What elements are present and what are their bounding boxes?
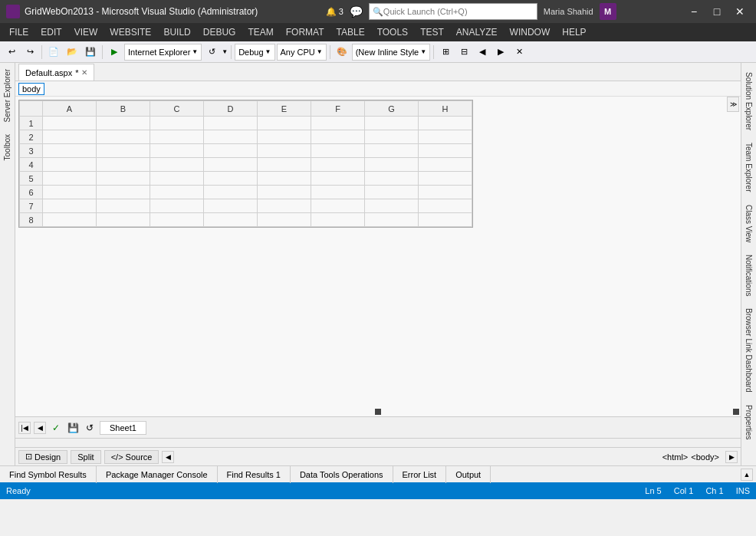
menu-item-test[interactable]: TEST — [414, 25, 450, 39]
sheet-tab-1[interactable]: Sheet1 — [100, 421, 146, 435]
cell-H7[interactable] — [419, 199, 472, 213]
bottom-tab-find-results-1[interactable]: Find Results 1 — [218, 466, 291, 483]
cell-C3[interactable] — [150, 144, 204, 158]
cell-H2[interactable] — [419, 130, 472, 144]
class-view-tab[interactable]: Class View — [742, 199, 755, 248]
cell-B3[interactable] — [97, 144, 150, 158]
cell-E8[interactable] — [258, 213, 311, 227]
grid-expand-button[interactable]: ≫ — [727, 97, 739, 112]
panel-collapse-left[interactable]: ◀ — [162, 451, 174, 463]
quick-launch-container[interactable]: 🔍 — [369, 3, 537, 20]
team-explorer-tab[interactable]: Team Explorer — [742, 136, 755, 198]
cell-D2[interactable] — [204, 130, 258, 144]
bottom-tab-data-tools-operations[interactable]: Data Tools Operations — [291, 466, 393, 483]
cell-H6[interactable] — [419, 186, 472, 199]
run-button[interactable]: ▶ — [106, 44, 123, 61]
save-button[interactable]: 💾 — [82, 44, 99, 61]
close-button[interactable]: ✕ — [730, 4, 750, 19]
cell-D4[interactable] — [204, 158, 258, 172]
cell-D6[interactable] — [204, 186, 258, 199]
nav-back-btn[interactable]: ◀ — [474, 44, 491, 61]
sheet-nav-prev[interactable]: ◀ — [34, 422, 46, 434]
cell-C4[interactable] — [150, 158, 204, 172]
menu-item-tools[interactable]: TOOLS — [371, 25, 414, 39]
solution-explorer-tab[interactable]: Solution Explorer — [742, 66, 755, 136]
properties-tab[interactable]: Properties — [742, 399, 755, 446]
cell-F5[interactable] — [311, 172, 365, 186]
cell-B2[interactable] — [97, 130, 150, 144]
menu-item-format[interactable]: FORMAT — [280, 25, 330, 39]
cell-E7[interactable] — [258, 199, 311, 213]
cell-C7[interactable] — [150, 199, 204, 213]
nav-stop-btn[interactable]: ✕ — [511, 44, 528, 61]
cell-G6[interactable] — [365, 186, 419, 199]
config-dropdown[interactable]: Debug ▼ — [235, 44, 274, 61]
sheet-save-icon[interactable]: 💾 — [66, 421, 80, 435]
cell-C5[interactable] — [150, 172, 204, 186]
cell-C6[interactable] — [150, 186, 204, 199]
browser-link-tab[interactable]: Browser Link Dashboard — [742, 302, 755, 399]
sheet-undo-icon[interactable]: ↺ — [83, 421, 97, 435]
cell-G7[interactable] — [365, 199, 419, 213]
menu-item-analyze[interactable]: ANALYZE — [450, 25, 504, 39]
cell-G1[interactable] — [365, 117, 419, 130]
cell-B7[interactable] — [97, 199, 150, 213]
menu-item-team[interactable]: TEAM — [242, 25, 279, 39]
cell-H5[interactable] — [419, 172, 472, 186]
cell-F1[interactable] — [311, 117, 365, 130]
cpu-dropdown[interactable]: Any CPU ▼ — [277, 44, 327, 61]
menu-item-help[interactable]: HELP — [556, 25, 592, 39]
server-explorer-tab[interactable]: Server Explorer — [1, 63, 14, 128]
menu-item-view[interactable]: VIEW — [68, 25, 104, 39]
source-button[interactable]: </> Source — [104, 450, 159, 464]
sheet-check-icon[interactable]: ✓ — [49, 421, 63, 435]
toolbox-tab[interactable]: Toolbox — [1, 128, 14, 166]
cell-D5[interactable] — [204, 172, 258, 186]
bottom-tab-package-manager-console[interactable]: Package Manager Console — [97, 466, 218, 483]
cell-F7[interactable] — [311, 199, 365, 213]
cell-B1[interactable] — [97, 117, 150, 130]
cell-C8[interactable] — [150, 213, 204, 227]
cell-B6[interactable] — [97, 186, 150, 199]
cell-A1[interactable] — [43, 117, 97, 130]
split-button[interactable]: Split — [71, 450, 100, 464]
new-file-button[interactable]: 📄 — [45, 44, 62, 61]
nav-fwd-btn[interactable]: ▶ — [492, 44, 509, 61]
cell-H4[interactable] — [419, 158, 472, 172]
notifications-tab[interactable]: Notifications — [742, 248, 755, 302]
bottom-tab-output[interactable]: Output — [446, 466, 491, 483]
cell-E2[interactable] — [258, 130, 311, 144]
menu-item-website[interactable]: WEBSITE — [104, 25, 157, 39]
cell-E4[interactable] — [258, 158, 311, 172]
minimize-button[interactable]: − — [684, 4, 704, 19]
cell-F6[interactable] — [311, 186, 365, 199]
bottom-expand-btn[interactable]: ▲ — [741, 469, 753, 481]
refresh-button[interactable]: ↺ — [203, 44, 220, 61]
cell-B8[interactable] — [97, 213, 150, 227]
redo-button[interactable]: ↪ — [21, 44, 38, 61]
menu-item-window[interactable]: WINDOW — [504, 25, 557, 39]
panel-expand-right[interactable]: ▶ — [725, 451, 738, 463]
cell-F3[interactable] — [311, 144, 365, 158]
bottom-tab-find-symbol-results[interactable]: Find Symbol Results — [0, 466, 97, 483]
grid-btn-1[interactable]: ⊞ — [437, 44, 454, 61]
cell-H8[interactable] — [419, 213, 472, 227]
cell-G5[interactable] — [365, 172, 419, 186]
cell-A7[interactable] — [43, 199, 97, 213]
resize-handle-bottom[interactable] — [375, 409, 381, 415]
cell-E5[interactable] — [258, 172, 311, 186]
menu-item-file[interactable]: FILE — [3, 25, 35, 39]
cell-A3[interactable] — [43, 144, 97, 158]
cell-A6[interactable] — [43, 186, 97, 199]
cell-A5[interactable] — [43, 172, 97, 186]
cell-H3[interactable] — [419, 144, 472, 158]
cell-D7[interactable] — [204, 199, 258, 213]
menu-item-edit[interactable]: EDIT — [35, 25, 67, 39]
cell-D3[interactable] — [204, 144, 258, 158]
cell-B4[interactable] — [97, 158, 150, 172]
editor-tab-default-aspx[interactable]: Default.aspx * ✕ — [18, 64, 94, 81]
cell-C2[interactable] — [150, 130, 204, 144]
open-file-button[interactable]: 📂 — [64, 44, 81, 61]
cell-H1[interactable] — [419, 117, 472, 130]
feedback-icon[interactable]: 💬 — [350, 5, 363, 18]
